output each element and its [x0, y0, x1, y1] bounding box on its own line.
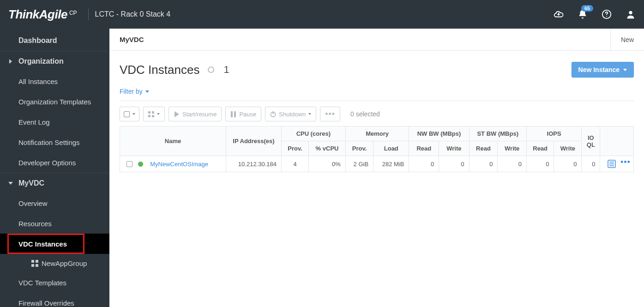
sidebar-item-event-log[interactable]: Event Log: [0, 112, 109, 132]
col-mem-load[interactable]: Load: [373, 141, 409, 156]
svg-rect-6: [148, 111, 150, 114]
sidebar-section-myvdc[interactable]: MyVDC: [0, 173, 109, 193]
col-ioql[interactable]: IO QL: [582, 126, 600, 156]
instance-name-link[interactable]: MyNewCentOSImage: [150, 161, 208, 168]
help-icon[interactable]: [602, 9, 612, 19]
notifications-icon[interactable]: 65: [578, 9, 588, 19]
sidebar-item-notification-settings[interactable]: Notification Settings: [0, 132, 109, 152]
view-toggle-button[interactable]: [143, 107, 165, 121]
filter-label: Filter by: [120, 88, 143, 95]
colgroup-nw: NW BW (MBps): [409, 126, 469, 141]
divider: [88, 8, 89, 20]
appgroup-icon: [31, 260, 38, 267]
sidebar-item-resources[interactable]: Resources: [0, 213, 109, 234]
status-dot-icon: [138, 162, 143, 167]
svg-rect-3: [36, 260, 38, 263]
svg-rect-10: [231, 111, 233, 117]
cloud-download-icon[interactable]: [554, 9, 564, 19]
brand[interactable]: ThinkAgile CP: [4, 7, 82, 22]
page-head-title[interactable]: MyVDC: [120, 36, 144, 43]
col-actions: [600, 126, 634, 156]
button-label: Pause: [239, 111, 256, 118]
svg-point-1: [629, 11, 632, 14]
sidebar-item-developer-options[interactable]: Developer Options: [0, 152, 109, 173]
col-iops-write[interactable]: Write: [554, 141, 582, 156]
sidebar-label: Overview: [18, 199, 48, 207]
col-st-write[interactable]: Write: [498, 141, 527, 156]
svg-rect-7: [152, 111, 154, 114]
sidebar-item-overview[interactable]: Overview: [0, 193, 109, 213]
col-cpu-prov[interactable]: Prov.: [282, 141, 309, 156]
cell-nw-write: 0: [439, 156, 469, 172]
context-label[interactable]: LCTC - Rack 0 Stack 4: [95, 10, 171, 18]
row-checkbox[interactable]: [126, 161, 132, 167]
caret-down-icon: [623, 69, 627, 71]
new-instance-button[interactable]: New Instance: [572, 62, 634, 78]
svg-rect-8: [148, 115, 150, 117]
col-nw-read[interactable]: Read: [409, 141, 439, 156]
col-nw-write[interactable]: Write: [439, 141, 469, 156]
sidebar-section-organization[interactable]: Organization: [0, 51, 109, 71]
content-area: MyVDC New VDC Instances 1 New Instance F…: [109, 29, 644, 307]
cell-cpu-pct: 0%: [309, 156, 346, 172]
user-icon[interactable]: [626, 9, 636, 19]
table-row[interactable]: MyNewCentOSImage 10.212.30.184 4 0% 2 Gi…: [120, 156, 634, 172]
sidebar-item-vdc-instances[interactable]: VDC Instances: [0, 234, 109, 254]
cell-cpu-prov: 4: [282, 156, 309, 172]
sidebar-subitem-newappgroup[interactable]: NewAppGroup: [0, 254, 109, 272]
svg-rect-9: [152, 115, 154, 117]
caret-down-icon: [132, 113, 135, 115]
sidebar-label: Organization Templates: [18, 98, 91, 106]
notification-count-badge: 65: [581, 5, 593, 12]
col-ip[interactable]: IP Address(es): [226, 126, 282, 156]
select-all-dropdown[interactable]: [120, 107, 139, 121]
top-bar: ThinkAgile CP LCTC - Rack 0 Stack 4 65: [0, 0, 644, 29]
details-icon[interactable]: [608, 160, 616, 168]
caret-down-icon: [157, 113, 160, 115]
sidebar-label: Dashboard: [18, 36, 57, 45]
sidebar-item-org-templates[interactable]: Organization Templates: [0, 91, 109, 112]
sidebar-item-all-instances[interactable]: All Instances: [0, 71, 109, 91]
col-name[interactable]: Name: [120, 126, 226, 156]
grid-icon: [148, 111, 154, 117]
cell-mem-load: 282 MiB: [373, 156, 409, 172]
page-title-text: VDC Instances: [120, 63, 199, 77]
sidebar-label: VDC Instances: [18, 240, 67, 248]
instance-count: 1: [223, 64, 229, 76]
pause-button[interactable]: Pause: [225, 107, 261, 121]
filter-by-link[interactable]: Filter by: [120, 88, 149, 95]
pause-icon: [230, 111, 236, 117]
svg-rect-4: [31, 264, 34, 267]
start-resume-button[interactable]: Start/resume: [169, 107, 222, 121]
sidebar-label: Notification Settings: [18, 138, 80, 146]
col-mem-prov[interactable]: Prov.: [345, 141, 373, 156]
refresh-icon[interactable]: [208, 66, 214, 73]
brand-sub: CP: [69, 10, 77, 16]
sidebar-item-firewall-overrides[interactable]: Firewall Overrides: [0, 293, 109, 307]
cell-mem-prov: 2 GiB: [345, 156, 373, 172]
svg-rect-11: [234, 111, 236, 117]
row-more-actions[interactable]: •••: [620, 160, 629, 168]
sidebar-label: Resources: [18, 220, 52, 228]
col-iops-read[interactable]: Read: [526, 141, 554, 156]
svg-rect-13: [273, 111, 274, 114]
shutdown-button[interactable]: Shutdown: [265, 107, 316, 121]
sidebar-item-dashboard[interactable]: Dashboard: [0, 30, 109, 51]
col-st-read[interactable]: Read: [469, 141, 498, 156]
cell-nw-read: 0: [409, 156, 439, 172]
colgroup-iops: IOPS: [526, 126, 581, 141]
more-actions-button[interactable]: •••: [320, 107, 340, 121]
ellipsis-icon: •••: [325, 112, 335, 116]
sidebar-item-vdc-templates[interactable]: VDC Templates: [0, 272, 109, 293]
col-cpu-pct[interactable]: % vCPU: [309, 141, 346, 156]
sidebar-label: Organization: [18, 57, 64, 66]
colgroup-memory: Memory: [345, 126, 409, 141]
button-label: Start/resume: [182, 111, 217, 118]
checkbox-icon: [124, 111, 130, 117]
cell-st-read: 0: [469, 156, 498, 172]
caret-down-icon: [145, 90, 149, 93]
breadcrumb-bar: MyVDC New: [109, 29, 644, 51]
sidebar-label: VDC Templates: [18, 279, 66, 287]
page-head-new-action[interactable]: New: [610, 29, 634, 50]
sidebar-label: NewAppGroup: [42, 259, 87, 267]
